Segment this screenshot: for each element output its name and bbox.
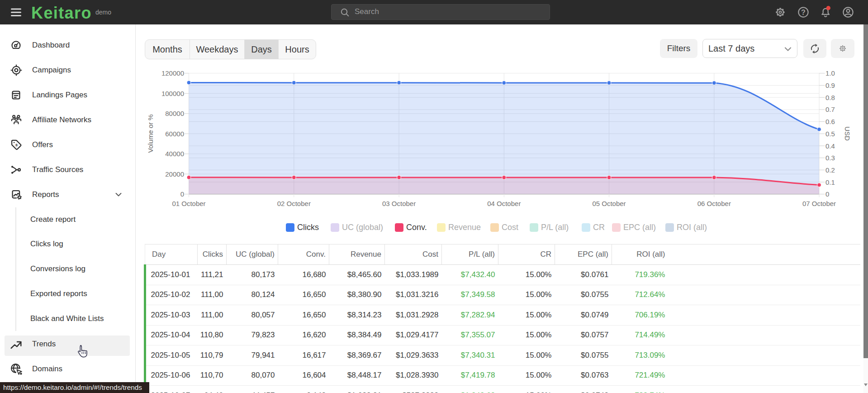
svg-text:04 October: 04 October [487, 200, 521, 207]
svg-text:0.5: 0.5 [825, 130, 835, 138]
svg-text:60000: 60000 [165, 130, 184, 138]
svg-text:40000: 40000 [165, 150, 184, 158]
svg-text:1.0: 1.0 [825, 69, 835, 77]
svg-text:0.6: 0.6 [825, 118, 835, 125]
svg-text:?: ? [801, 9, 806, 16]
svg-text:100000: 100000 [161, 90, 184, 97]
svg-text:07 October: 07 October [802, 200, 836, 207]
svg-text:01 October: 01 October [172, 200, 205, 207]
svg-text:06 October: 06 October [697, 200, 731, 207]
svg-text:02 October: 02 October [277, 200, 311, 207]
svg-text:80000: 80000 [165, 110, 184, 117]
svg-text:0.8: 0.8 [825, 94, 835, 101]
svg-text:0.3: 0.3 [825, 154, 835, 162]
svg-text:USD: USD [844, 126, 851, 141]
svg-text:0.4: 0.4 [825, 142, 835, 150]
svg-text:Volume or %: Volume or % [147, 114, 154, 153]
svg-text:20000: 20000 [165, 170, 184, 178]
svg-text:0.9: 0.9 [825, 81, 835, 89]
svg-text:120000: 120000 [161, 69, 184, 77]
svg-text:0.2: 0.2 [825, 166, 835, 174]
svg-text:03 October: 03 October [382, 200, 416, 207]
svg-text:0: 0 [825, 190, 829, 198]
svg-text:s: s [15, 142, 18, 147]
svg-text:0.1: 0.1 [825, 178, 835, 186]
svg-text:0: 0 [180, 190, 184, 198]
svg-text:0.7: 0.7 [825, 105, 835, 113]
svg-text:05 October: 05 October [592, 200, 626, 207]
